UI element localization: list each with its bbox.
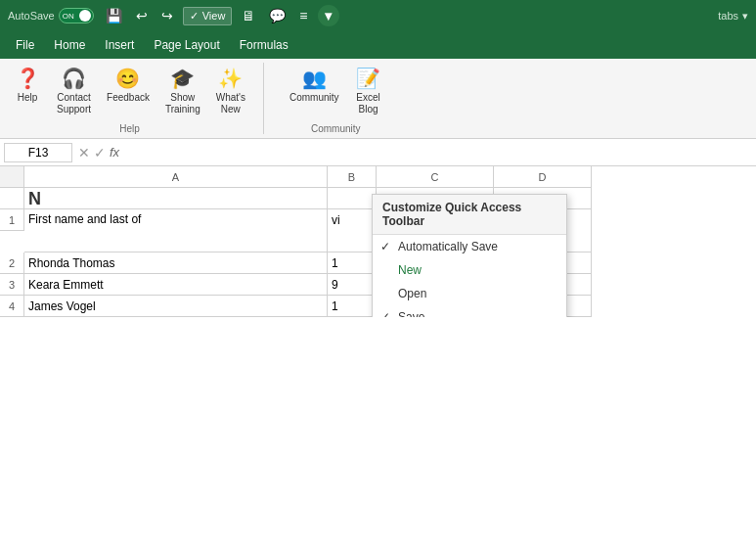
ribbon-community-button[interactable]: 👥 Community — [284, 63, 345, 107]
cell-a-3[interactable]: Keara Emmett — [24, 274, 328, 296]
show-training-icon: 🎓 — [170, 67, 195, 90]
dropdown-item-autosave[interactable]: Automatically Save — [373, 235, 566, 258]
ribbon-group-help: ❓ Help 🎧 ContactSupport 😊 Feedback 🎓 Sho… — [8, 63, 264, 134]
insert-function-icon[interactable]: fx — [110, 145, 119, 161]
save-icon[interactable]: 💾 — [102, 6, 126, 25]
col-header-b[interactable]: B — [328, 166, 377, 188]
customize-toolbar-button[interactable]: ▾ — [318, 5, 339, 26]
cancel-formula-icon[interactable]: ✕ — [78, 145, 90, 161]
corner-cell — [0, 166, 24, 188]
formula-input[interactable] — [125, 144, 752, 161]
show-training-label: ShowTraining — [165, 92, 200, 115]
community-label: Community — [289, 92, 339, 103]
toggle-dot — [79, 10, 91, 22]
cell-a-top[interactable]: N — [24, 188, 328, 209]
dropdown-item-save[interactable]: Save — [373, 305, 566, 317]
cell-b-top[interactable] — [328, 188, 377, 209]
ribbon-contact-support-button[interactable]: 🎧 ContactSupport — [51, 63, 97, 119]
ribbon-whats-new-button[interactable]: ✨ What'sNew — [210, 63, 251, 119]
cell-b-1[interactable]: vi — [328, 209, 377, 253]
autosave-toggle[interactable]: ON — [59, 8, 94, 23]
dropdown-item-new[interactable]: New — [373, 258, 566, 282]
menu-icon[interactable]: ≡ — [295, 6, 311, 25]
screen-icon[interactable]: 🖥 — [238, 6, 259, 25]
title-icons: 💾 ↩ ↪ ✓ View 🖥 💬 ≡ ▾ — [102, 5, 339, 26]
feedback-icon: 😊 — [115, 67, 140, 90]
toggle-on-label: ON — [63, 12, 74, 21]
contact-support-icon: 🎧 — [62, 67, 86, 90]
autosave-label: AutoSave — [8, 10, 55, 22]
row-num-4: 4 — [0, 296, 24, 317]
menu-insert[interactable]: Insert — [97, 34, 142, 56]
community-icon: 👥 — [302, 67, 327, 90]
tabs-area: tabs ▾ — [718, 10, 748, 23]
row-num-3: 3 — [0, 274, 24, 296]
ribbon-help-buttons: ❓ Help 🎧 ContactSupport 😊 Feedback 🎓 Sho… — [8, 63, 251, 119]
dropdown-item-open[interactable]: Open — [373, 282, 566, 305]
cell-b-3[interactable]: 9 — [328, 274, 377, 296]
title-bar: AutoSave ON 💾 ↩ ↪ ✓ View 🖥 💬 ≡ ▾ tabs ▾ — [0, 0, 756, 31]
formula-bar: ✕ ✓ fx — [0, 139, 756, 166]
col-header-a[interactable]: A — [24, 166, 328, 188]
tabs-dropdown-icon[interactable]: ▾ — [742, 10, 748, 23]
undo-icon[interactable]: ↩ — [132, 6, 152, 25]
whats-new-label: What'sNew — [216, 92, 245, 115]
whats-new-icon: ✨ — [218, 67, 243, 90]
help-label: Help — [18, 92, 38, 103]
cell-b-2[interactable]: 1 — [328, 253, 377, 274]
excel-blog-label: ExcelBlog — [356, 92, 379, 115]
menu-formulas[interactable]: Formulas — [232, 34, 296, 56]
col-header-c[interactable]: C — [377, 166, 494, 188]
col-header-d[interactable]: D — [494, 166, 592, 188]
column-header-row: A B C D — [0, 166, 756, 188]
row-num-2: 2 — [0, 253, 24, 274]
cell-b-4[interactable]: 1 — [328, 296, 377, 317]
ribbon-feedback-button[interactable]: 😊 Feedback — [101, 63, 156, 107]
ribbon-help-button[interactable]: ❓ Help — [8, 63, 47, 107]
confirm-formula-icon[interactable]: ✓ — [94, 145, 106, 161]
view-button[interactable]: ✓ View — [183, 7, 233, 25]
ribbon-group-community: 👥 Community 📝 ExcelBlog Community — [284, 63, 400, 134]
ribbon-community-group-label: Community — [311, 119, 361, 134]
ribbon-community-buttons: 👥 Community 📝 ExcelBlog — [284, 63, 388, 119]
menu-bar: File Home Insert Page Layout Formulas — [0, 31, 756, 59]
ribbon-help-group-label: Help — [119, 119, 140, 134]
ribbon-show-training-button[interactable]: 🎓 ShowTraining — [159, 63, 206, 119]
dropdown-title: Customize Quick Access Toolbar — [373, 195, 566, 235]
redo-icon[interactable]: ↪ — [157, 6, 177, 25]
menu-page-layout[interactable]: Page Layout — [146, 34, 227, 56]
comment-icon[interactable]: 💬 — [265, 6, 289, 25]
menu-home[interactable]: Home — [46, 34, 93, 56]
cell-reference-input[interactable] — [4, 143, 72, 162]
cell-a-2[interactable]: Rhonda Thomas — [24, 253, 328, 274]
ribbon-excel-blog-button[interactable]: 📝 ExcelBlog — [349, 63, 388, 119]
tabs-label: tabs — [718, 10, 738, 22]
formula-icons: ✕ ✓ fx — [72, 145, 125, 161]
contact-support-label: ContactSupport — [57, 92, 91, 115]
customize-toolbar-dropdown: Customize Quick Access Toolbar Automatic… — [372, 194, 567, 317]
autosave-area: AutoSave ON — [8, 8, 94, 23]
row-num-1: 1 — [0, 209, 24, 231]
spreadsheet-main: A B C D N 1 First name and last of vi of… — [0, 166, 756, 317]
cell-a-1[interactable]: First name and last of — [24, 209, 328, 253]
cell-a-4[interactable]: James Vogel — [24, 296, 328, 317]
help-icon: ❓ — [16, 67, 40, 90]
menu-file[interactable]: File — [8, 34, 42, 56]
row-num-top — [0, 188, 24, 209]
feedback-label: Feedback — [107, 92, 150, 103]
excel-blog-icon: 📝 — [356, 67, 380, 90]
ribbon: ❓ Help 🎧 ContactSupport 😊 Feedback 🎓 Sho… — [0, 59, 756, 139]
